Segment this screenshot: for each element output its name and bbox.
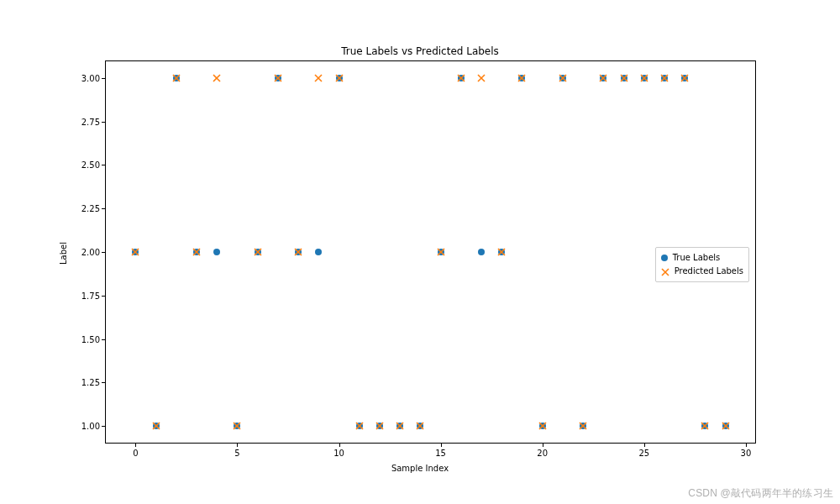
x-tick-label: 5 bbox=[234, 449, 239, 458]
x-tick-mark bbox=[441, 444, 442, 447]
y-tick-label: 1.50 bbox=[75, 334, 100, 344]
y-tick-mark bbox=[102, 296, 105, 297]
x-tick-mark bbox=[135, 444, 136, 447]
legend-entry-true: True Labels bbox=[661, 251, 743, 265]
data-point-true bbox=[559, 75, 566, 81]
x-tick-label: 15 bbox=[435, 449, 446, 458]
x-tick-mark bbox=[746, 444, 747, 447]
data-point-true bbox=[478, 249, 485, 255]
y-tick-mark bbox=[102, 78, 105, 79]
x-tick-label: 0 bbox=[133, 449, 138, 458]
legend-label: True Labels bbox=[673, 251, 721, 265]
y-tick-mark bbox=[102, 426, 105, 427]
x-tick-mark bbox=[543, 444, 543, 447]
x-tick-mark bbox=[644, 444, 645, 447]
chart-title: True Labels vs Predicted Labels bbox=[0, 45, 840, 57]
y-tick-mark bbox=[102, 165, 105, 165]
y-axis-label: Label bbox=[59, 242, 68, 265]
data-point-true bbox=[356, 423, 363, 429]
legend: True Labels Predicted Labels bbox=[655, 247, 749, 282]
y-tick-mark bbox=[102, 208, 105, 209]
x-tick-label: 10 bbox=[333, 449, 344, 458]
data-point-true bbox=[458, 75, 465, 81]
y-tick-label: 2.25 bbox=[75, 204, 100, 213]
y-tick-label: 2.75 bbox=[75, 117, 100, 126]
x-tick-label: 20 bbox=[537, 449, 548, 458]
y-tick-label: 2.00 bbox=[75, 248, 100, 257]
watermark-text: CSDN @敲代码两年半的练习生 bbox=[688, 486, 833, 501]
legend-label: Predicted Labels bbox=[675, 265, 743, 278]
y-tick-label: 2.50 bbox=[75, 160, 100, 170]
data-point-true bbox=[661, 75, 668, 81]
x-tick-label: 30 bbox=[741, 449, 752, 458]
data-point-true bbox=[275, 75, 281, 81]
y-tick-mark bbox=[102, 252, 105, 253]
x-axis-label: Sample Index bbox=[0, 464, 840, 473]
figure: True Labels vs Predicted Labels Sample I… bbox=[0, 0, 840, 504]
data-point-true bbox=[722, 423, 729, 429]
legend-entry-predicted: Predicted Labels bbox=[661, 265, 743, 278]
y-tick-label: 3.00 bbox=[75, 73, 100, 82]
y-tick-mark bbox=[102, 122, 105, 123]
y-tick-label: 1.00 bbox=[75, 422, 100, 431]
circle-icon bbox=[661, 255, 668, 261]
y-tick-label: 1.75 bbox=[75, 291, 100, 300]
x-tick-mark bbox=[339, 444, 340, 447]
x-tick-label: 25 bbox=[638, 449, 649, 458]
data-point-true bbox=[336, 75, 343, 81]
data-point-true bbox=[539, 423, 546, 429]
y-tick-label: 1.25 bbox=[75, 378, 100, 387]
data-point-true bbox=[153, 423, 160, 429]
data-point-true bbox=[255, 249, 261, 255]
x-tick-mark bbox=[237, 444, 238, 447]
data-point-true bbox=[173, 75, 180, 81]
data-point-true bbox=[193, 249, 200, 255]
y-tick-mark bbox=[102, 339, 105, 340]
data-point-true bbox=[641, 75, 648, 81]
data-point-true bbox=[681, 75, 688, 81]
data-point-true bbox=[621, 75, 627, 81]
y-tick-mark bbox=[102, 382, 105, 383]
data-point-true bbox=[438, 249, 444, 255]
x-marker-icon bbox=[661, 267, 669, 276]
